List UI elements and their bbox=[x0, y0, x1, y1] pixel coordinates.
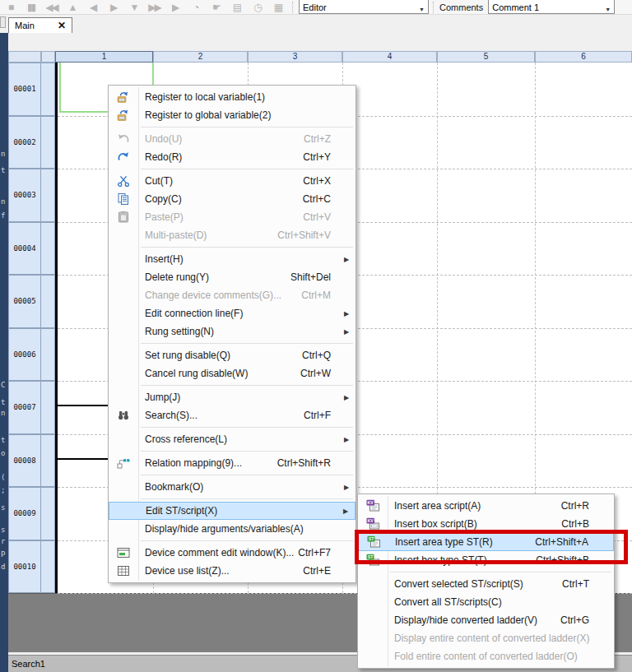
relation-mapping-icon bbox=[109, 456, 138, 470]
menu-item-undo: Undo(U)Ctrl+Z bbox=[109, 130, 356, 148]
menu-item-insert-area-script[interactable]: KVInsert area script(A)Ctrl+R bbox=[358, 497, 614, 515]
menu-item-cut[interactable]: Cut(T)Ctrl+X bbox=[109, 172, 356, 190]
menu-item-display-entire-content-converted-ladder: Display entire content of converted ladd… bbox=[358, 629, 614, 647]
docked-strip-letter: C bbox=[1, 382, 8, 389]
menu-item-delete-rung[interactable]: Delete rung(Y)Shift+Del bbox=[109, 268, 356, 286]
menu-item-paste: Paste(P)Ctrl+V bbox=[109, 208, 356, 226]
menu-item-label: Register to global variable(2) bbox=[138, 109, 271, 121]
run-icon[interactable]: ▶ bbox=[165, 0, 185, 15]
editor-combo[interactable]: Editor ▼ bbox=[299, 0, 429, 14]
menu-separator bbox=[390, 572, 611, 572]
menu-item-set-rung-disable[interactable]: Set rung disable(Q)Ctrl+Q bbox=[109, 346, 356, 364]
menu-item-edit-connection-line[interactable]: Edit connection line(F)▶ bbox=[109, 304, 356, 322]
menu-item-relation-mapping[interactable]: Relation mapping(9)...Ctrl+Shift+R bbox=[109, 454, 356, 472]
step-back-icon[interactable]: ◀ bbox=[82, 0, 103, 15]
menu-item-edit-st-script[interactable]: Edit ST/script(X)▶ bbox=[109, 502, 356, 520]
column-header-3[interactable]: 3 bbox=[248, 51, 342, 63]
device-batch-icon[interactable]: ▦ bbox=[267, 0, 288, 15]
chevron-down-icon: ▼ bbox=[414, 7, 425, 12]
rung-gutter-cell bbox=[41, 381, 55, 434]
watch-icon[interactable]: ◔ bbox=[185, 0, 206, 15]
menu-item-convert-all-st-scripts[interactable]: Convert all ST/scripts(C) bbox=[358, 593, 614, 611]
step-next-icon[interactable]: ▶ bbox=[103, 0, 123, 15]
menu-item-redo[interactable]: Redo(R)Ctrl+Y bbox=[109, 148, 356, 166]
tab-main[interactable]: Main ✕ bbox=[8, 17, 72, 33]
menu-item-cross-reference[interactable]: Cross reference(L)▶ bbox=[109, 430, 356, 448]
register-variable-icon bbox=[109, 109, 138, 122]
docked-strip-letter: n bbox=[1, 198, 8, 206]
rung-number-00007[interactable]: 00007 bbox=[8, 381, 41, 434]
menu-item-search[interactable]: Search(S)...Ctrl+F bbox=[109, 406, 356, 424]
menu-item-copy[interactable]: Copy(C)Ctrl+C bbox=[109, 190, 356, 208]
rung-number-00006[interactable]: 00006 bbox=[8, 328, 41, 382]
menu-separator bbox=[141, 169, 353, 169]
rung-number-00001[interactable]: 00001 bbox=[8, 63, 41, 116]
step-down-icon[interactable]: ▼ bbox=[123, 0, 144, 15]
docked-panel-strip[interactable]: ntnfCtnto(;ssrPd bbox=[0, 33, 8, 672]
column-header-4[interactable]: 4 bbox=[342, 51, 437, 63]
stop-icon[interactable]: ■ bbox=[0, 0, 21, 15]
editor-combo-value: Editor bbox=[303, 2, 327, 12]
menu-item-jump[interactable]: Jump(J)▶ bbox=[109, 388, 356, 406]
column-header-5[interactable]: 5 bbox=[437, 51, 535, 63]
box-script-icon: KV bbox=[358, 517, 388, 531]
menu-item-label: Device comment edit window(K)... bbox=[138, 547, 294, 558]
column-header-2[interactable]: 2 bbox=[153, 51, 248, 63]
menu-item-rung-setting[interactable]: Rung setting(N)▶ bbox=[109, 322, 356, 341]
menu-item-label: Convert selected ST/script(S) bbox=[388, 578, 523, 590]
menu-item-label: Redo(R) bbox=[138, 151, 182, 163]
menu-item-bookmark[interactable]: Bookmark(O)▶ bbox=[109, 478, 356, 496]
docked-strip-letter: t bbox=[1, 167, 8, 174]
hand-icon[interactable]: ☛ bbox=[206, 0, 226, 15]
menu-item-register-local-variable[interactable]: Register to local variable(1) bbox=[109, 88, 356, 106]
rung-number-00004[interactable]: 00004 bbox=[8, 222, 41, 276]
menu-item-shortcut: Ctrl+R bbox=[561, 500, 599, 512]
menu-item-display-hide-arguments[interactable]: Display/hide arguments/variables(A) bbox=[109, 520, 356, 538]
docked-strip-letter: n bbox=[1, 151, 8, 158]
menu-item-label: Cross reference(L) bbox=[138, 433, 227, 445]
skip-forward-icon[interactable]: ▶▶ bbox=[144, 0, 165, 15]
rung-number-00009[interactable]: 00009 bbox=[8, 487, 41, 540]
menu-item-display-hide-converted-ladder[interactable]: Display/hide converted ladder(V)Ctrl+G bbox=[358, 611, 614, 629]
column-header-1[interactable]: 1 bbox=[55, 51, 153, 63]
menu-separator bbox=[141, 385, 353, 386]
rung-number-00003[interactable]: 00003 bbox=[8, 169, 41, 222]
undo-icon bbox=[109, 132, 138, 146]
rung-number-00002[interactable]: 00002 bbox=[8, 116, 41, 169]
rung-number-00005[interactable]: 00005 bbox=[8, 275, 41, 328]
docked-strip-letter: n bbox=[1, 410, 8, 417]
menu-item-register-global-variable[interactable]: Register to global variable(2) bbox=[109, 106, 356, 124]
monitor-icon[interactable]: ▤ bbox=[226, 0, 247, 15]
menu-item-device-comment-edit-window[interactable]: Device comment edit window(K)...Ctrl+F7 bbox=[109, 544, 356, 562]
menu-separator bbox=[141, 427, 353, 428]
clock-icon[interactable]: ◷ bbox=[247, 0, 267, 15]
skip-back-icon[interactable]: ◀◀ bbox=[41, 0, 62, 15]
menu-item-label: Convert all ST/scripts(C) bbox=[388, 596, 502, 608]
rung-number-00010[interactable]: 00010 bbox=[8, 540, 41, 594]
close-icon[interactable]: ✕ bbox=[58, 21, 66, 30]
column-header-6[interactable]: 6 bbox=[535, 51, 632, 63]
docked-strip-letter: ( bbox=[1, 474, 8, 481]
menu-item-shortcut: Ctrl+G bbox=[560, 614, 599, 626]
device-list-icon bbox=[109, 564, 138, 577]
rung-gutter-cell bbox=[41, 540, 55, 594]
docked-strip-letter: ; bbox=[1, 487, 8, 494]
menu-item-shortcut: Ctrl+B bbox=[561, 518, 599, 530]
comment-combo[interactable]: Comment 1 ▼ bbox=[488, 0, 615, 14]
rung-gutter-cell bbox=[41, 275, 55, 328]
step-up-icon[interactable]: ▲ bbox=[62, 0, 82, 15]
pause-icon[interactable]: ▮▮ bbox=[21, 0, 41, 15]
menu-item-convert-selected-st-script[interactable]: Convert selected ST/script(S)Ctrl+T bbox=[358, 575, 614, 593]
rung-number-00008[interactable]: 00008 bbox=[8, 434, 41, 488]
menu-item-device-use-list[interactable]: Device use list(Z)...Ctrl+E bbox=[109, 562, 356, 580]
menu-item-label: Paste(P) bbox=[138, 211, 184, 223]
svg-text:KV: KV bbox=[368, 518, 374, 523]
menu-item-cancel-rung-disable[interactable]: Cancel rung disable(W)Ctrl+W bbox=[109, 364, 356, 382]
rung-wire bbox=[55, 405, 108, 406]
menu-item-label: Bookmark(O) bbox=[138, 481, 203, 493]
menu-item-fold-entire-content-converted-ladder: Fold entire content of converted ladder(… bbox=[358, 647, 614, 665]
menu-item-label: Multi-paste(D) bbox=[138, 229, 207, 241]
menu-separator bbox=[141, 247, 353, 248]
menu-item-insert[interactable]: Insert(H)▶ bbox=[109, 250, 356, 268]
toolbar-separator bbox=[292, 2, 293, 13]
